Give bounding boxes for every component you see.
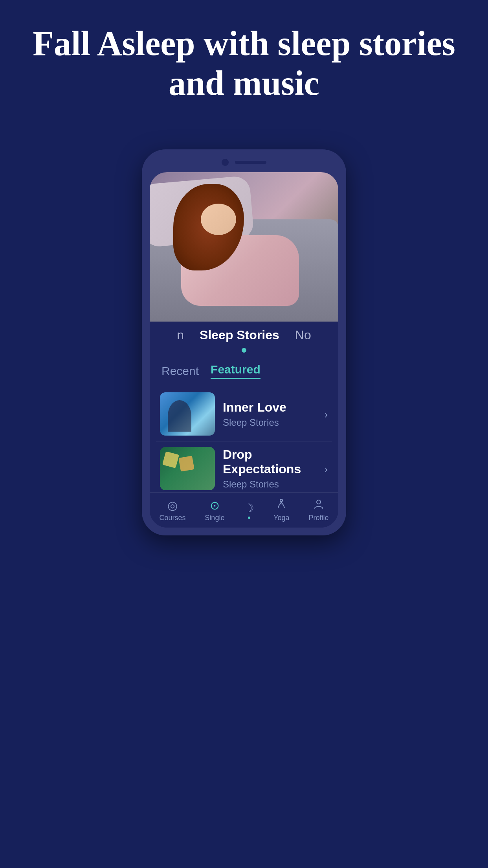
single-icon: ⊙ (210, 498, 220, 512)
nav-courses[interactable]: ◎ Courses (159, 498, 185, 522)
filter-tabs: Recent Featured (150, 355, 338, 383)
tab-prev[interactable]: n (177, 328, 184, 342)
nav-active-dot (248, 517, 250, 519)
phone-speaker (235, 161, 266, 164)
nav-single-label: Single (205, 514, 224, 522)
chevron-right-icon-2: › (324, 462, 328, 475)
carousel-header: n Sleep Stories No (150, 322, 338, 346)
story-item-drop-expectations[interactable]: Drop Expectations Sleep Stories › (156, 441, 332, 496)
hero-image (150, 172, 338, 322)
svg-point-0 (280, 499, 283, 502)
svg-point-1 (317, 500, 321, 504)
nav-single[interactable]: ⊙ Single (205, 498, 224, 522)
nav-profile[interactable]: Profile (308, 498, 328, 522)
phone-notch (150, 157, 338, 167)
nav-sleep[interactable]: ☽ (244, 501, 254, 519)
bottom-navigation: ◎ Courses ⊙ Single ☽ Yoga (150, 492, 338, 528)
story-item-inner-love[interactable]: Inner Love Sleep Stories › (156, 387, 332, 441)
profile-icon (313, 498, 324, 512)
nav-profile-label: Profile (308, 514, 328, 522)
nav-yoga[interactable]: Yoga (273, 498, 289, 522)
yoga-icon (276, 498, 287, 512)
story-title-inner-love: Inner Love (223, 400, 320, 415)
moon-icon: ☽ (244, 501, 254, 515)
chevron-right-icon: › (324, 407, 328, 421)
story-thumb-inner-love (160, 392, 215, 436)
story-image-drop-expectations (160, 447, 215, 490)
carousel-tabs: n Sleep Stories No (177, 328, 311, 342)
hero-title: Fall Asleep with sleep stories and music (0, 0, 488, 119)
phone-screen: n Sleep Stories No Recent Featured Inner… (150, 172, 338, 528)
story-info-drop-expectations: Drop Expectations Sleep Stories (223, 447, 320, 490)
filter-tab-featured[interactable]: Featured (211, 363, 261, 379)
story-info-inner-love: Inner Love Sleep Stories (223, 400, 320, 428)
story-subtitle-inner-love: Sleep Stories (223, 417, 320, 428)
story-thumb-drop-expectations (160, 447, 215, 490)
story-title-drop-expectations: Drop Expectations (223, 447, 320, 476)
carousel-dot-indicator (242, 348, 246, 353)
tab-next[interactable]: No (295, 328, 311, 342)
tab-sleep-stories[interactable]: Sleep Stories (200, 328, 279, 342)
nav-yoga-label: Yoga (273, 514, 289, 522)
nav-courses-label: Courses (159, 514, 185, 522)
filter-tab-recent[interactable]: Recent (161, 364, 199, 378)
phone-mockup: n Sleep Stories No Recent Featured Inner… (142, 149, 346, 535)
story-subtitle-drop-expectations: Sleep Stories (223, 479, 320, 490)
sleeping-woman-illustration (150, 172, 338, 322)
courses-icon: ◎ (167, 498, 178, 512)
phone-camera (222, 159, 229, 166)
story-image-inner-love (160, 392, 215, 436)
